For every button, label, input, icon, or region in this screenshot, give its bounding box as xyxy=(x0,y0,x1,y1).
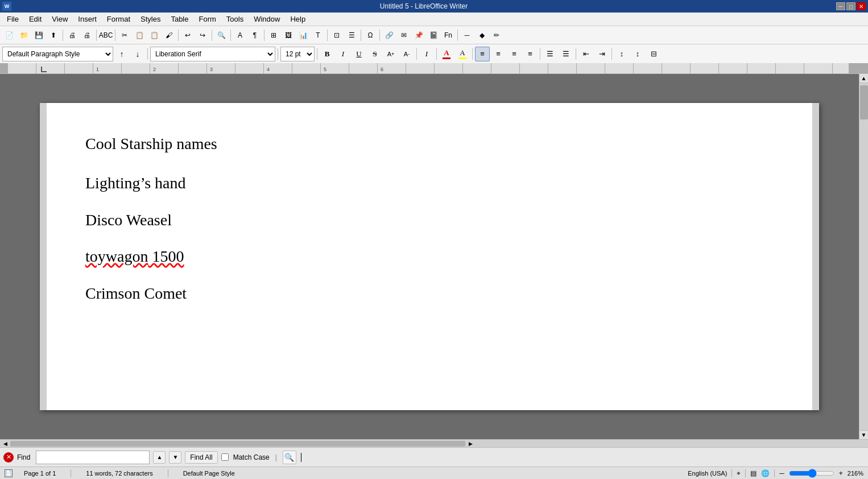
draw-btn[interactable]: ✏ xyxy=(490,28,503,42)
envelope-btn[interactable]: ✉ xyxy=(397,28,411,42)
textbox-btn[interactable]: T xyxy=(311,28,325,42)
copy-btn[interactable]: 📋 xyxy=(133,28,146,42)
redo-btn[interactable]: ↪ xyxy=(196,28,209,42)
align-right-btn[interactable]: ≡ xyxy=(507,47,522,61)
zoom-increase-btn[interactable]: + xyxy=(839,469,843,477)
document-page[interactable]: Cool Starship names Lighting’s hand Disc… xyxy=(40,103,819,410)
align-center-btn[interactable]: ≡ xyxy=(491,47,506,61)
find-close-btn[interactable]: ✕ xyxy=(3,452,14,463)
zoom-slider[interactable] xyxy=(789,470,834,476)
paste-btn[interactable]: 📋 xyxy=(147,28,161,42)
navigator-btn[interactable]: ⊡ xyxy=(330,28,344,42)
view-normal-btn[interactable]: ▤ xyxy=(750,469,757,477)
bookmark-btn[interactable]: 📌 xyxy=(412,28,425,42)
open-btn[interactable]: 📁 xyxy=(17,28,31,42)
justify-btn[interactable]: ≡ xyxy=(523,47,538,61)
scroll-down-btn[interactable]: ▼ xyxy=(859,430,869,439)
line-btn[interactable]: ─ xyxy=(460,28,474,42)
find-input[interactable] xyxy=(36,451,150,464)
menu-form[interactable]: Form xyxy=(194,14,220,24)
save-remote-btn[interactable]: ⬆ xyxy=(47,28,60,42)
close-btn[interactable]: ✕ xyxy=(857,2,866,10)
menu-insert[interactable]: Insert xyxy=(73,14,101,24)
menu-help[interactable]: Help xyxy=(286,14,310,24)
paragraph-style-select[interactable]: Default Paragraph Style xyxy=(2,47,113,61)
find-search-icon[interactable]: 🔍 xyxy=(283,451,296,464)
menu-table[interactable]: Table xyxy=(166,14,193,24)
find-prev-btn[interactable]: ▲ xyxy=(153,451,166,464)
paragraph-align-btn[interactable]: ⊟ xyxy=(646,47,661,61)
vertical-scrollbar[interactable]: ▲ ▼ xyxy=(859,74,868,439)
match-case-checkbox[interactable] xyxy=(221,453,229,461)
document-content[interactable]: Cool Starship names Lighting’s hand Disc… xyxy=(85,131,774,307)
italic2-btn[interactable]: I xyxy=(419,47,434,61)
highlight-btn[interactable]: A xyxy=(455,47,470,61)
unordered-list-btn[interactable]: ☰ xyxy=(543,47,557,61)
bold-btn[interactable]: B xyxy=(320,47,334,61)
cut-btn[interactable]: ✂ xyxy=(118,28,131,42)
view-web-btn[interactable]: 🌐 xyxy=(761,469,770,477)
image-btn[interactable]: 🖼 xyxy=(282,28,295,42)
ordered-list-btn[interactable]: ☰ xyxy=(559,47,573,61)
scroll-up-btn[interactable]: ▲ xyxy=(859,74,869,83)
indent-increase-btn[interactable]: ⇥ xyxy=(594,47,609,61)
indent-decrease-btn[interactable]: ⇤ xyxy=(578,47,593,61)
align-left-btn[interactable]: ≡ xyxy=(475,47,490,61)
menu-file[interactable]: File xyxy=(2,14,23,24)
doc-line-2[interactable]: Disco Weasel xyxy=(85,208,774,233)
status-right-area: English (USA) ⌖ ▤ 🌐 ─ + 216% xyxy=(688,469,863,477)
spellcheck-btn[interactable]: ABC xyxy=(99,28,113,42)
table-btn[interactable]: ⊞ xyxy=(267,28,280,42)
find-next-btn[interactable]: ▼ xyxy=(169,451,181,464)
print-preview-btn[interactable]: 🖨 xyxy=(65,28,79,42)
menu-edit[interactable]: Edit xyxy=(24,14,46,24)
styles-btn[interactable]: ☰ xyxy=(345,28,358,42)
underline-btn[interactable]: U xyxy=(352,47,366,61)
chart-btn[interactable]: 📊 xyxy=(296,28,310,42)
menu-view[interactable]: View xyxy=(47,14,72,24)
scroll-thumb[interactable] xyxy=(860,85,868,119)
doc-title-line[interactable]: Cool Starship names xyxy=(85,131,774,157)
note-btn[interactable]: 📓 xyxy=(427,28,440,42)
font-color-bar xyxy=(443,57,450,59)
update-style-btn[interactable]: ↓ xyxy=(130,47,145,61)
shapes-btn[interactable]: ◆ xyxy=(475,28,489,42)
doc-line-4[interactable]: Crimson Comet xyxy=(85,281,774,307)
font-color-btn[interactable]: A xyxy=(233,28,247,42)
italic-btn[interactable]: I xyxy=(336,47,350,61)
save-btn[interactable]: 💾 xyxy=(32,28,46,42)
formatting-marks-btn[interactable]: ¶ xyxy=(248,28,262,42)
doc-line-3[interactable]: toywagon 1500 xyxy=(85,244,774,270)
menu-tools[interactable]: Tools xyxy=(222,14,248,24)
subscript-btn[interactable]: A- xyxy=(399,47,414,61)
special-char-btn[interactable]: Ω xyxy=(363,28,377,42)
menu-format[interactable]: Format xyxy=(102,14,135,24)
status-page-info: Page 1 of 1 xyxy=(24,470,56,477)
undo-btn[interactable]: ↩ xyxy=(181,28,195,42)
zoom-decrease-btn[interactable]: ─ xyxy=(779,469,784,477)
font-color-btn2[interactable]: A xyxy=(439,47,454,61)
clone-btn[interactable]: 🖌 xyxy=(162,28,176,42)
hscroll-left-btn[interactable]: ◀ xyxy=(1,440,9,448)
menu-styles[interactable]: Styles xyxy=(136,14,165,24)
line-spacing-btn[interactable]: ↕ xyxy=(614,47,629,61)
new-style-btn[interactable]: ↑ xyxy=(114,47,129,61)
font-select[interactable]: Liberation Serif xyxy=(150,47,275,61)
print-btn[interactable]: 🖨 xyxy=(80,28,94,42)
hscroll-right-btn[interactable]: ▶ xyxy=(466,440,474,448)
find-all-btn[interactable]: Find All xyxy=(185,451,217,464)
superscript-btn[interactable]: A+ xyxy=(383,47,398,61)
hyperlink-btn[interactable]: 🔗 xyxy=(382,28,396,42)
hscroll-thumb[interactable] xyxy=(10,441,465,447)
doc-line-1[interactable]: Lighting’s hand xyxy=(85,171,774,196)
maximize-btn[interactable]: □ xyxy=(846,2,855,10)
menu-window[interactable]: Window xyxy=(249,14,284,24)
find-btn[interactable]: 🔍 xyxy=(214,28,228,42)
new-btn[interactable]: 📄 xyxy=(2,28,16,42)
footnote-btn[interactable]: Fn xyxy=(441,28,455,42)
paragraph-spacing-btn[interactable]: ↕ xyxy=(630,47,645,61)
minimize-btn[interactable]: ─ xyxy=(836,2,845,10)
strikethrough-btn[interactable]: S xyxy=(367,47,382,61)
horizontal-scrollbar[interactable]: ◀ ▶ xyxy=(0,439,868,447)
font-size-select[interactable]: 12 pt xyxy=(280,47,315,61)
